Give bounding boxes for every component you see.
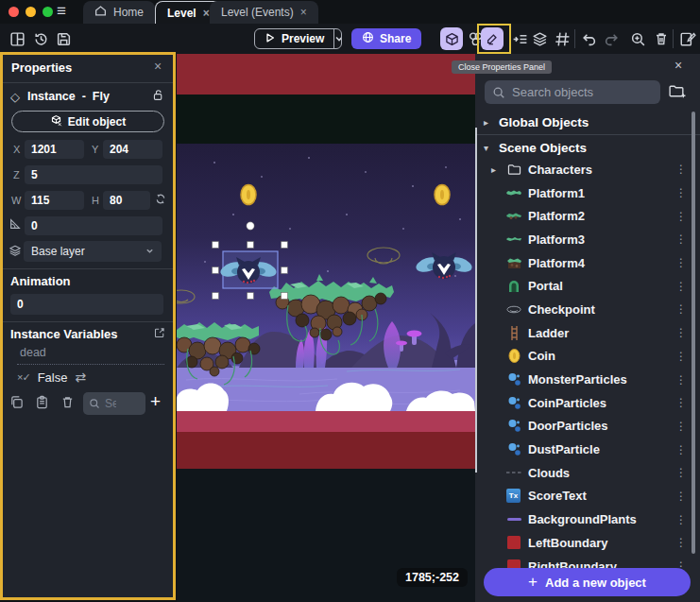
toggle-value-icon[interactable]: ⇄ <box>75 370 86 385</box>
object-item-coinparticles[interactable]: CoinParticles ⋮ <box>475 391 700 415</box>
item-menu-icon[interactable]: ⋮ <box>675 373 687 387</box>
object-item-monsterparticles[interactable]: MonsterParticles ⋮ <box>475 368 700 391</box>
layers-icon[interactable] <box>530 29 549 48</box>
grid-icon[interactable] <box>553 29 572 48</box>
add-new-object-button[interactable]: + Add a new object <box>484 568 691 596</box>
item-menu-icon[interactable]: ⋮ <box>675 280 687 293</box>
group-global-objects[interactable]: ▸ Global Objects <box>475 112 700 131</box>
item-menu-icon[interactable]: ⋮ <box>675 443 687 456</box>
object-item-platform4[interactable]: Platform4 ⋮ <box>475 251 700 275</box>
z-label: Z <box>13 169 20 181</box>
minimize-window-button[interactable] <box>26 7 36 17</box>
item-menu-icon[interactable]: ⋮ <box>675 186 687 199</box>
share-button[interactable]: Share <box>351 28 421 49</box>
object-item-scoretext[interactable]: Tx ScoreText ⋮ <box>475 485 700 508</box>
x-field[interactable] <box>25 140 84 159</box>
variable-value-row[interactable]: ×✓ False ⇄ <box>17 370 86 385</box>
item-menu-icon[interactable]: ⋮ <box>675 396 687 409</box>
object-item-checkpoint[interactable]: Checkpoint ⋮ <box>475 298 700 321</box>
panel-resize-divider[interactable] <box>475 128 477 473</box>
width-field[interactable] <box>25 191 84 210</box>
tab-home[interactable]: Home <box>83 1 155 24</box>
object-item-platform1[interactable]: Platform1 ⋮ <box>475 181 700 205</box>
item-menu-icon[interactable]: ⋮ <box>675 302 687 316</box>
item-menu-icon[interactable]: ⋮ <box>675 256 687 269</box>
undo-icon[interactable] <box>579 29 598 48</box>
object-item-leftboundary[interactable]: LeftBoundary ⋮ <box>475 531 700 555</box>
object-item-doorparticles[interactable]: DoorParticles ⋮ <box>475 415 700 439</box>
save-icon[interactable] <box>54 29 73 48</box>
edit-object-label: Edit object <box>68 115 126 129</box>
item-menu-icon[interactable]: ⋮ <box>675 350 687 363</box>
hamburger-menu-icon[interactable]: ≡ <box>57 2 66 21</box>
tab-level-events[interactable]: Level (Events) × <box>210 1 318 24</box>
edit-scene-properties-icon[interactable] <box>678 29 697 48</box>
unlock-icon[interactable] <box>152 89 164 101</box>
cube-3d-view-icon[interactable] <box>440 27 463 50</box>
object-item-ladder[interactable]: Ladder ⋮ <box>475 321 700 345</box>
group-label: Scene Objects <box>499 141 587 155</box>
height-field[interactable] <box>103 191 150 210</box>
layer-icon <box>9 244 22 257</box>
rotate-handle <box>247 222 254 230</box>
animation-field[interactable] <box>10 294 163 315</box>
open-variables-icon[interactable] <box>154 327 165 338</box>
maximize-window-button[interactable] <box>43 7 53 17</box>
edit-object-button[interactable]: Edit object <box>11 111 164 132</box>
item-menu-icon[interactable]: ⋮ <box>675 232 687 246</box>
platform-icon <box>506 232 521 247</box>
trash-icon[interactable] <box>652 29 671 48</box>
item-menu-icon[interactable]: ⋮ <box>675 163 687 176</box>
add-variable-button[interactable]: + <box>150 391 161 412</box>
chevron-right-icon: ▸ <box>484 117 491 128</box>
item-menu-icon[interactable]: ⋮ <box>675 420 687 433</box>
copy-icon[interactable] <box>9 395 24 409</box>
object-item-platform2[interactable]: Platform2 ⋮ <box>475 204 700 228</box>
item-menu-icon[interactable]: ⋮ <box>675 210 687 223</box>
add-folder-icon[interactable] <box>668 83 686 103</box>
item-menu-icon[interactable]: ⋮ <box>675 513 687 526</box>
variables-search-input[interactable]: Search <box>83 392 145 415</box>
preview-button[interactable]: Preview <box>254 28 342 49</box>
object-item-characters[interactable]: ▸ Characters ⋮ <box>475 158 700 181</box>
instance-diamond-icon: ◇ <box>10 90 20 104</box>
object-item-coin[interactable]: Coin ⋮ <box>475 345 700 369</box>
paste-icon[interactable] <box>35 395 49 409</box>
angle-field[interactable] <box>25 216 162 235</box>
close-tab-icon[interactable]: × <box>203 7 210 20</box>
lock-aspect-ratio-icon[interactable] <box>155 192 166 206</box>
title-bar: ≡ Home Level × Level (Events) × <box>0 0 700 24</box>
close-properties-icon[interactable]: × <box>154 59 162 74</box>
close-objects-icon[interactable]: × <box>674 58 682 73</box>
object-item-platform3[interactable]: Platform3 ⋮ <box>475 228 700 251</box>
z-field[interactable] <box>25 165 162 184</box>
object-item-clouds[interactable]: Clouds ⋮ <box>475 461 700 485</box>
y-label: Y <box>92 144 98 155</box>
instances-list-icon[interactable] <box>510 29 529 48</box>
panel-layout-icon[interactable] <box>8 29 26 48</box>
item-menu-icon[interactable]: ⋮ <box>675 466 687 479</box>
close-tab-icon[interactable]: × <box>300 6 307 19</box>
item-menu-icon[interactable]: ⋮ <box>675 326 687 339</box>
play-icon <box>265 32 276 46</box>
objects-search-box[interactable] <box>485 80 660 104</box>
scene-canvas[interactable]: 1785;-252 <box>177 54 475 602</box>
layer-select[interactable]: Base layer <box>24 241 162 262</box>
delete-variable-icon[interactable] <box>60 395 75 409</box>
zoom-in-icon[interactable] <box>628 29 647 48</box>
item-menu-icon[interactable]: ⋮ <box>675 490 687 503</box>
close-window-button[interactable] <box>9 7 19 17</box>
group-scene-objects[interactable]: ▾ Scene Objects <box>475 138 700 157</box>
history-icon[interactable] <box>31 29 50 48</box>
item-menu-icon[interactable]: ⋮ <box>675 536 687 549</box>
objects-scrollbar[interactable] <box>691 112 695 554</box>
preview-dropdown-arrow[interactable] <box>333 29 342 48</box>
redo-icon[interactable] <box>602 29 621 48</box>
objects-search-input[interactable] <box>512 85 644 99</box>
object-item-portal[interactable]: Portal ⋮ <box>475 274 700 298</box>
particles-icon <box>506 442 521 457</box>
preview-label: Preview <box>282 32 324 45</box>
object-item-dustparticle[interactable]: DustParticle ⋮ <box>475 438 700 461</box>
y-field[interactable] <box>103 140 162 159</box>
object-item-backgroundplants[interactable]: BackgroundPlants ⋮ <box>475 507 700 531</box>
